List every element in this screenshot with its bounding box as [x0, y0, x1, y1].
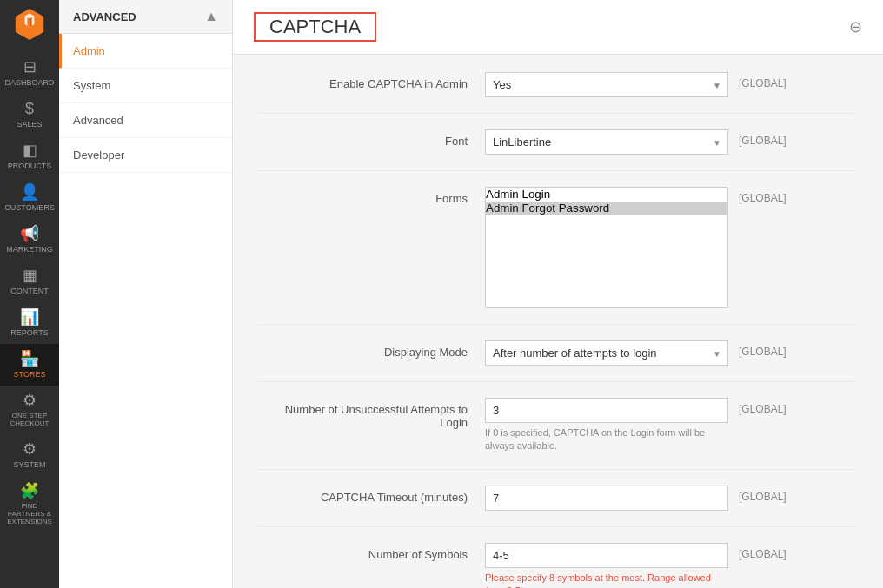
page-title-bar: CAPTCHA ⊖ — [233, 0, 883, 55]
form-row-number-of-symbols: Number of Symbols Please specify 8 symbo… — [259, 543, 857, 588]
collapse-icon[interactable]: ▲ — [204, 9, 218, 24]
stores-icon: 🏪 — [20, 351, 39, 367]
sidebar-item-findpartners[interactable]: 🧩 FIND PARTNERS & EXTENSIONS — [0, 476, 59, 532]
sidebar-item-products[interactable]: ◧ PRODUCTS — [0, 135, 59, 177]
form-row-forms: Forms Admin Login Admin Forgot Password … — [259, 187, 857, 325]
sub-nav-item-admin[interactable]: Admin — [59, 34, 232, 69]
listbox-item-admin-login[interactable]: Admin Login — [486, 188, 727, 202]
sub-navigation: ADVANCED ▲ Admin System Advanced Develop… — [59, 0, 233, 588]
sidebar-item-customers[interactable]: 👤 CUSTOMERS — [0, 177, 59, 219]
number-of-symbols-input[interactable] — [485, 543, 728, 568]
partners-icon: 🧩 — [20, 483, 39, 499]
unsuccessful-attempts-input[interactable] — [485, 398, 728, 423]
displaying-mode-select[interactable]: After number of attempts to login Always — [485, 340, 728, 366]
system-icon: ⚙ — [23, 441, 37, 457]
number-of-symbols-label: Number of Symbols — [259, 543, 485, 561]
marketing-icon: 📢 — [20, 226, 39, 241]
forms-label: Forms — [259, 187, 485, 205]
customers-icon: 👤 — [20, 184, 39, 200]
onestep-icon: ⚙ — [23, 393, 37, 408]
sub-nav-header: ADVANCED ▲ — [59, 0, 232, 34]
form-row-enable-captcha: Enable CAPTCHA in Admin Yes No [GLOBAL] — [259, 72, 857, 114]
content-icon: ▦ — [23, 268, 37, 283]
sidebar-item-content[interactable]: ▦ CONTENT — [0, 261, 59, 302]
font-select-wrapper: LinLibertine — [485, 129, 728, 155]
form-section: Enable CAPTCHA in Admin Yes No [GLOBAL] … — [233, 55, 883, 588]
enable-captcha-global: [GLOBAL] — [728, 72, 787, 89]
displaying-mode-label: Displaying Mode — [259, 340, 485, 359]
sidebar-item-marketing[interactable]: 📢 MARKETING — [0, 219, 59, 261]
captcha-timeout-global: [GLOBAL] — [728, 486, 787, 503]
sub-nav-item-developer[interactable]: Developer — [59, 138, 232, 173]
sidebar-item-sales[interactable]: $ SALES — [0, 94, 59, 135]
captcha-timeout-input[interactable] — [485, 486, 728, 511]
font-select[interactable]: LinLibertine — [485, 129, 728, 155]
displaying-mode-global: [GLOBAL] — [728, 340, 787, 358]
sidebar-item-reports[interactable]: 📊 REPORTS — [0, 302, 59, 344]
magento-logo — [12, 7, 47, 42]
unsuccessful-attempts-label: Number of Unsuccessful Attempts to Login — [259, 398, 485, 429]
forms-global: [GLOBAL] — [728, 187, 787, 204]
number-of-symbols-global: [GLOBAL] — [728, 543, 787, 560]
font-label: Font — [259, 129, 485, 148]
enable-captcha-select[interactable]: Yes No — [485, 72, 728, 97]
unsuccessful-attempts-hint: If 0 is specified, CAPTCHA on the Login … — [485, 426, 728, 453]
sub-nav-item-system[interactable]: System — [59, 69, 232, 103]
sidebar-item-stores[interactable]: 🏪 STORES — [0, 344, 59, 386]
sidebar-icons: ⊟ DASHBOARD $ SALES ◧ PRODUCTS 👤 CUSTOME… — [0, 0, 59, 588]
sidebar-item-dashboard[interactable]: ⊟ DASHBOARD — [0, 52, 59, 94]
minimize-icon[interactable]: ⊖ — [849, 17, 862, 36]
number-of-symbols-hint: Please specify 8 symbols at the most. Ra… — [485, 571, 728, 588]
form-row-font: Font LinLibertine [GLOBAL] — [259, 129, 857, 171]
listbox-item-admin-forgot[interactable]: Admin Forgot Password — [486, 202, 727, 215]
forms-listbox[interactable]: Admin Login Admin Forgot Password — [485, 187, 728, 308]
font-global: [GLOBAL] — [728, 129, 787, 147]
page-title: CAPTCHA — [254, 12, 376, 42]
sidebar-item-onestepcheckout[interactable]: ⚙ ONE STEP CHECKOUT — [0, 386, 59, 434]
form-row-captcha-timeout: CAPTCHA Timeout (minutes) [GLOBAL] — [259, 486, 857, 527]
form-row-unsuccessful-attempts: Number of Unsuccessful Attempts to Login… — [259, 398, 857, 470]
unsuccessful-attempts-global: [GLOBAL] — [728, 398, 787, 415]
reports-icon: 📊 — [20, 309, 39, 325]
products-icon: ◧ — [23, 142, 37, 158]
form-row-displaying-mode: Displaying Mode After number of attempts… — [259, 340, 857, 382]
enable-captcha-label: Enable CAPTCHA in Admin — [259, 72, 485, 90]
displaying-mode-select-wrapper: After number of attempts to login Always — [485, 340, 728, 366]
enable-captcha-select-wrapper: Yes No — [485, 72, 728, 97]
sidebar-item-system[interactable]: ⚙ SYSTEM — [0, 434, 59, 476]
main-content: CAPTCHA ⊖ Enable CAPTCHA in Admin Yes No… — [233, 0, 883, 588]
sub-nav-item-advanced[interactable]: Advanced — [59, 103, 232, 138]
dashboard-icon: ⊟ — [23, 59, 37, 75]
sales-icon: $ — [25, 101, 34, 116]
captcha-timeout-label: CAPTCHA Timeout (minutes) — [259, 486, 485, 504]
